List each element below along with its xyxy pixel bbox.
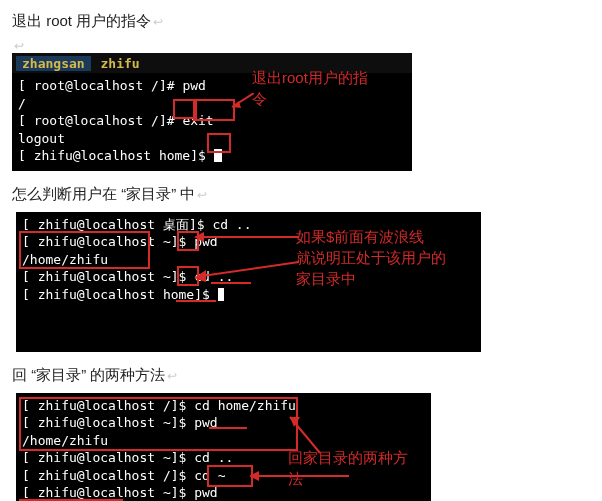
section-heading-exit-root: 退出 root 用户的指令↩ [12, 12, 590, 31]
term-line: [ root@localhost /]# exit [18, 112, 406, 130]
annotation-text: 回家目录的两种方法 [288, 447, 408, 489]
terminal-block-2: [ zhifu@localhost 桌面]$ cd .. [ zhifu@loc… [16, 212, 481, 352]
cursor-icon [218, 288, 224, 301]
blank-para: ↩ [14, 39, 590, 53]
term-line: [ zhifu@localhost home]$ [18, 147, 406, 165]
section-heading-home-dir-check: 怎么判断用户在 “家目录” 中↩ [12, 185, 590, 204]
annotation-text: 如果$前面有波浪线就说明正处于该用户的家目录中 [296, 226, 446, 289]
terminal-tab-inactive[interactable]: zhifu [95, 56, 146, 71]
term-line: logout [18, 130, 406, 148]
annotation-text: 退出root用户的指令 [252, 67, 368, 109]
cursor-icon [214, 149, 222, 162]
term-line: [ zhifu@localhost ~]$ pwd [22, 414, 425, 432]
terminal-block-1: zhangsan zhifu [ root@localhost /]# pwd … [12, 53, 412, 171]
terminal-tab-active[interactable]: zhangsan [16, 56, 91, 71]
section-heading-go-home: 回 “家目录” 的两种方法↩ [12, 366, 590, 385]
term-line: [ zhifu@localhost /]$ cd home/zhifu [22, 397, 425, 415]
terminal-block-3: [ zhifu@localhost /]$ cd home/zhifu [ zh… [16, 393, 431, 501]
